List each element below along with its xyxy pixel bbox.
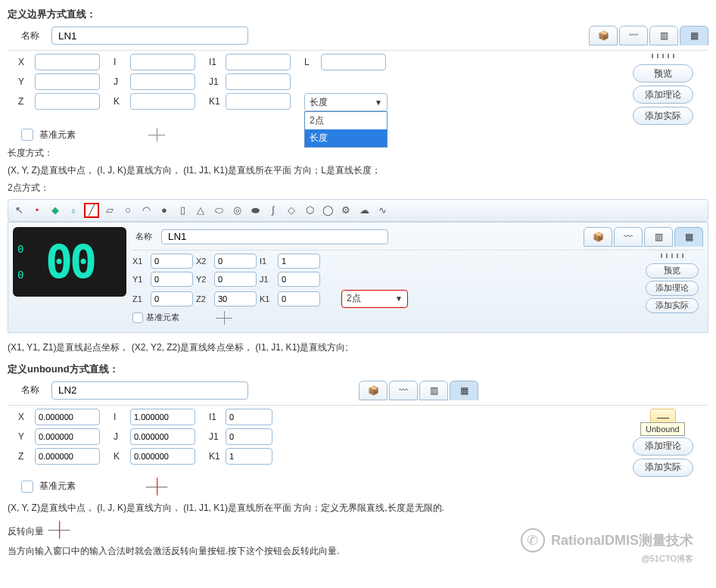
label3-y: Y xyxy=(18,431,32,442)
input3-i1[interactable] xyxy=(226,409,272,425)
add-theory-button-2[interactable]: 添加理论 xyxy=(646,281,699,296)
tool-edge-icon[interactable]: ◆ xyxy=(48,203,63,218)
input-y2[interactable] xyxy=(214,272,257,287)
input-x2[interactable] xyxy=(214,254,257,269)
input-i1[interactable] xyxy=(226,54,291,70)
input3-j1[interactable] xyxy=(226,428,272,445)
tool-circle-icon[interactable]: ○ xyxy=(120,203,135,218)
input3-i[interactable] xyxy=(130,409,195,425)
axis-icon[interactable] xyxy=(148,128,165,142)
dropdown-item-2point[interactable]: 2点 xyxy=(305,112,387,129)
input-l[interactable] xyxy=(321,54,386,70)
watermark-sub: @51CTO博客 xyxy=(642,553,693,565)
input-y1[interactable] xyxy=(151,272,193,287)
label-i1: I1 xyxy=(209,57,223,67)
preview-button-2[interactable]: 预览 xyxy=(646,263,699,278)
tool-sphere-icon[interactable]: ● xyxy=(157,203,172,218)
input3-k1[interactable] xyxy=(226,448,272,465)
input-x[interactable] xyxy=(35,54,100,70)
unbound-desc: (X, Y, Z)是直线中点， (I, J, K)是直线方向， (I1, J1,… xyxy=(8,501,708,515)
name-input[interactable] xyxy=(51,26,248,45)
reverse-vector-icon[interactable] xyxy=(48,521,70,538)
tool-torus-icon[interactable]: ◯ xyxy=(320,203,335,218)
add-actual-button-2[interactable]: 添加实际 xyxy=(646,298,699,313)
add-theory-button-3[interactable]: 添加理论 xyxy=(633,437,693,456)
label3-j: J xyxy=(114,431,127,442)
tool-line-icon[interactable]: ╱ xyxy=(84,203,99,218)
tool-arrow-icon[interactable]: ↖ xyxy=(11,203,26,218)
tool-gear-icon[interactable]: ⚙ xyxy=(338,203,353,218)
tool-cone-icon[interactable]: △ xyxy=(193,203,208,218)
preview-button[interactable]: 预览 xyxy=(633,64,693,82)
tab-cube-icon[interactable]: 📦 xyxy=(589,26,618,45)
input-z[interactable] xyxy=(35,93,100,110)
input3-k[interactable] xyxy=(130,448,195,465)
datum-checkbox-3[interactable] xyxy=(21,481,33,493)
input-i1b[interactable] xyxy=(278,254,320,269)
section1-title: 定义边界方式直线： xyxy=(8,8,708,21)
tool-ring-icon[interactable]: ◎ xyxy=(229,203,244,218)
name-input-3[interactable] xyxy=(51,381,248,400)
tab2-form-icon[interactable]: ▦ xyxy=(674,227,703,247)
dropdown-item-length[interactable]: 长度 xyxy=(305,129,387,147)
input3-z[interactable] xyxy=(35,448,100,465)
add-actual-button[interactable]: 添加实际 xyxy=(633,107,693,125)
tab3-wave-icon[interactable]: 〰 xyxy=(389,381,418,400)
tab2-table-icon[interactable]: ▥ xyxy=(644,227,673,247)
tab3-form-icon[interactable]: ▦ xyxy=(450,381,478,400)
mode-dropdown[interactable]: 长度▼ 2点 长度 xyxy=(304,93,388,111)
input-z1[interactable] xyxy=(151,291,193,306)
axis-icon-3[interactable] xyxy=(146,478,168,495)
drag-handle-icon[interactable] xyxy=(652,54,674,58)
add-theory-button[interactable]: 添加理论 xyxy=(633,86,693,104)
tool-curve-icon[interactable]: ∫ xyxy=(266,203,281,218)
tool-surface-icon[interactable]: ◇ xyxy=(284,203,299,218)
input-k1[interactable] xyxy=(226,93,291,110)
tool-cylinder-icon[interactable]: ▯ xyxy=(175,203,190,218)
panel2: 00 00 名称 📦 〰 ▥ ▦ X1 X2 I1 Y1 xyxy=(8,222,708,333)
axis-icon-2[interactable] xyxy=(216,311,232,325)
tab-bar-3: 📦 〰 ▥ ▦ xyxy=(359,381,478,400)
input-j1[interactable] xyxy=(226,73,291,90)
tab-form-icon[interactable]: ▦ xyxy=(680,26,708,45)
input-z2[interactable] xyxy=(214,291,257,306)
tab-wave-icon[interactable]: 〰 xyxy=(619,26,648,45)
add-actual-button-3[interactable]: 添加实际 xyxy=(633,459,693,477)
tool-special-icon[interactable]: ☁ xyxy=(356,203,372,218)
tab2-wave-icon[interactable]: 〰 xyxy=(614,227,643,247)
tab-table-icon[interactable]: ▥ xyxy=(649,26,678,45)
tab3-cube-icon[interactable]: 📦 xyxy=(359,381,388,400)
input-x1[interactable] xyxy=(151,254,193,269)
input-k[interactable] xyxy=(130,93,195,110)
unbound-tooltip: Unbound xyxy=(640,422,685,436)
chevron-down-icon: ▼ xyxy=(395,294,403,303)
tab3-table-icon[interactable]: ▥ xyxy=(419,381,448,400)
input3-y[interactable] xyxy=(35,428,100,445)
input-k1b[interactable] xyxy=(278,291,320,306)
dropdown2-current: 2点 xyxy=(347,292,361,305)
tool-plane-icon[interactable]: ▱ xyxy=(102,203,117,218)
input-i[interactable] xyxy=(130,54,195,70)
datum-checkbox-2[interactable] xyxy=(132,313,143,323)
tool-hex-icon[interactable]: ⬡ xyxy=(302,203,317,218)
input-j[interactable] xyxy=(130,73,195,90)
drag-handle-icon-2[interactable] xyxy=(661,254,683,258)
input3-j[interactable] xyxy=(130,428,195,445)
tool-ellipse-icon[interactable]: ⬭ xyxy=(211,203,226,218)
tab2-cube-icon[interactable]: 📦 xyxy=(584,227,612,247)
tool-arc-icon[interactable]: ◠ xyxy=(139,203,154,218)
input3-x[interactable] xyxy=(35,409,100,425)
label-j: J xyxy=(114,76,127,87)
tool-point-icon[interactable]: • xyxy=(30,203,45,218)
mode-dropdown-2[interactable]: 2点▼ xyxy=(341,290,408,308)
input-j1b[interactable] xyxy=(278,272,320,287)
panel3: 名称 📦 〰 ▥ ▦ X Y Z I J K I1 J1 K1 xyxy=(8,381,708,493)
tool-slot-icon[interactable]: ⬬ xyxy=(247,203,263,218)
tool-corner-icon[interactable]: ⬨ xyxy=(66,203,81,218)
datum-checkbox[interactable] xyxy=(21,129,33,141)
name-label-2: 名称 xyxy=(135,231,152,242)
tool-link-icon[interactable]: ∿ xyxy=(375,203,390,218)
2point-desc: (X1, Y1, Z1)是直线起点坐标， (X2, Y2, Z2)是直线终点坐标… xyxy=(8,341,708,355)
name-input-2[interactable] xyxy=(161,229,388,244)
input-y[interactable] xyxy=(35,73,100,90)
